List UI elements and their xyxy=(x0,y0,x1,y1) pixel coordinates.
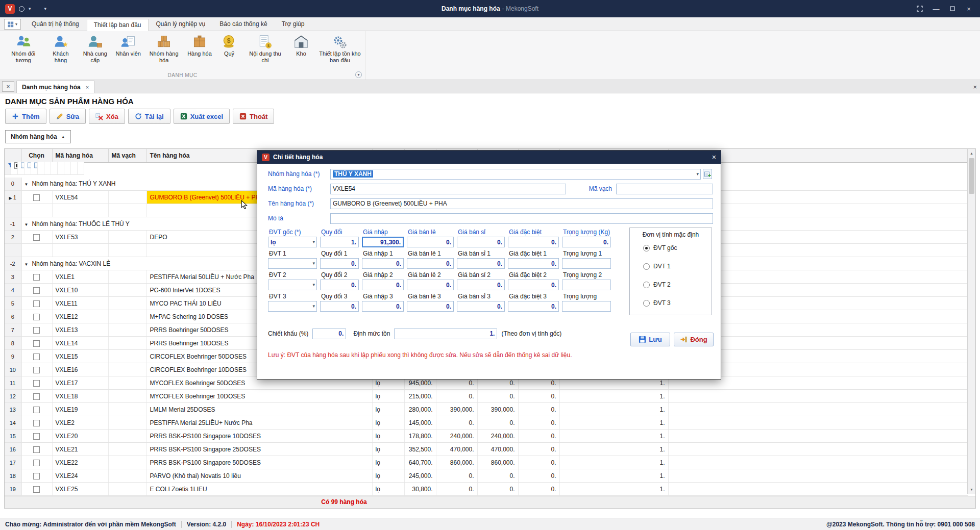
document-tab-active[interactable]: Danh mục hàng hóa × xyxy=(16,81,94,93)
unit-value-input[interactable]: 0. xyxy=(407,280,454,290)
table-row[interactable]: 15 VXLE20 PRRS BSK-PS100 Singapore 10DOS… xyxy=(5,430,968,443)
unit-value-input[interactable]: 0. xyxy=(407,258,454,269)
row-checkbox[interactable] xyxy=(33,380,40,387)
row-checkbox[interactable] xyxy=(33,420,40,426)
unit-value-input[interactable]: 91,300. xyxy=(362,237,404,247)
row-checkbox[interactable] xyxy=(33,314,40,320)
exit-button[interactable]: Thoát xyxy=(233,109,274,124)
product-name-input[interactable]: GUMBORO B (Greenvet) 500LIỀU + PHA xyxy=(330,198,713,209)
column-header-chon[interactable]: Chọn xyxy=(21,149,52,162)
group-combobox[interactable]: THÚ Y XANH ▾ xyxy=(330,169,701,180)
unit-select[interactable]: ▾ xyxy=(268,258,317,269)
close-all-tabs-icon[interactable]: × xyxy=(973,83,977,91)
unit-value-input[interactable]: 0. xyxy=(320,280,359,290)
ribbon-item-kho[interactable]: Kho xyxy=(286,33,316,57)
collapse-group-icon[interactable]: ▼ xyxy=(24,262,29,267)
table-row[interactable]: 17 VXLE22 PRRS BSK-PS100 Singapore 50DOS… xyxy=(5,456,968,469)
unit-value-input[interactable]: 0. xyxy=(508,280,559,290)
ribbon-item-nhom-doi-tuong[interactable]: Nhóm đối tượng xyxy=(2,33,45,64)
save-button[interactable]: Lưu xyxy=(630,333,670,346)
unit-value-input[interactable]: 0. xyxy=(407,301,454,312)
close-tab-button[interactable]: × xyxy=(2,81,14,92)
group-by-button[interactable]: Nhóm hàng hóa ▲ xyxy=(5,130,71,143)
ribbon-item-thiet-lap-ton-kho[interactable]: Thiết lập tồn kho ban đầu xyxy=(316,33,364,64)
ribbon-item-quy[interactable]: $ Quỹ xyxy=(214,33,244,57)
row-checkbox[interactable] xyxy=(33,446,40,453)
row-checkbox[interactable] xyxy=(33,460,40,466)
unit-value-input[interactable] xyxy=(562,258,611,269)
tab-quan-tri-he-thong[interactable]: Quản trị hệ thống xyxy=(25,18,86,31)
delete-button[interactable]: Xóa xyxy=(89,109,125,124)
unit-value-input[interactable]: 0. xyxy=(508,301,559,312)
filter-row[interactable] xyxy=(5,163,21,174)
unit-value-input[interactable]: 0. xyxy=(562,237,611,247)
unit-select[interactable]: ▾ xyxy=(268,301,317,312)
maximize-button[interactable] xyxy=(945,3,960,15)
column-header-ma-hang-hoa[interactable]: Mã hàng hóa xyxy=(52,149,108,162)
row-checkbox[interactable] xyxy=(33,287,40,294)
unit-value-input[interactable]: 0. xyxy=(320,301,359,312)
ribbon-item-nha-cung-cap[interactable]: Nhà cung cấp xyxy=(77,33,113,64)
group-dialog-launcher-icon[interactable]: ▾ xyxy=(355,71,362,78)
table-row[interactable]: 13 VXLE19 LMLM Merial 25DOSES lọ 280,000… xyxy=(5,403,968,416)
table-row[interactable]: 19 VXLE25 E COLI Zoetis 1LIEU lọ 30,800.… xyxy=(5,483,968,496)
quick-access-icon[interactable] xyxy=(19,6,24,12)
select-all-checkbox[interactable] xyxy=(14,162,18,169)
reload-button[interactable]: Tải lại xyxy=(128,109,170,124)
edit-button[interactable]: Sửa xyxy=(50,109,86,124)
table-row[interactable]: 16 VXLE21 PRRS BSK-PS100 Singapore 25DOS… xyxy=(5,443,968,456)
row-checkbox[interactable] xyxy=(33,300,40,307)
row-checkbox[interactable] xyxy=(33,486,40,493)
product-code-input[interactable]: VXLE54 xyxy=(330,184,566,194)
row-checkbox[interactable] xyxy=(33,234,40,241)
radio-default-unit-3[interactable]: ĐVT 3 xyxy=(643,299,712,307)
unit-value-input[interactable]: 0. xyxy=(457,301,505,312)
tab-tro-giup[interactable]: Trợ giúp xyxy=(275,18,311,31)
close-button[interactable]: × xyxy=(962,3,976,15)
scroll-down-arrow[interactable]: ▼ xyxy=(968,486,975,493)
table-row[interactable]: 14 VXLE2 PESTIFFA Merial 25LIỀU+ Nước Ph… xyxy=(5,416,968,430)
unit-value-input[interactable]: 0. xyxy=(362,301,404,312)
dialog-close-icon[interactable]: × xyxy=(712,153,716,161)
radio-default-unit-1[interactable]: ĐVT 1 xyxy=(643,263,712,270)
ribbon-item-nhom-hang-hoa[interactable]: Nhóm hàng hóa xyxy=(143,33,185,64)
row-checkbox[interactable] xyxy=(33,407,40,413)
unit-value-input[interactable]: 0. xyxy=(508,258,559,269)
row-checkbox[interactable] xyxy=(33,274,40,281)
dialog-titlebar[interactable]: V Chi tiết hàng hóa × xyxy=(257,150,721,164)
ribbon-item-khach-hang[interactable]: Khách hàng xyxy=(45,33,77,64)
description-input[interactable] xyxy=(330,213,713,224)
unit-value-input[interactable]: 0. xyxy=(407,237,454,247)
stock-limit-input[interactable]: 1. xyxy=(394,329,497,339)
row-checkbox[interactable] xyxy=(33,393,40,400)
unit-value-input[interactable]: 0. xyxy=(508,237,559,247)
vertical-scrollbar[interactable]: ▲ ▼ xyxy=(967,149,975,494)
unit-value-input[interactable]: 0. xyxy=(362,280,404,290)
unit-value-input[interactable]: 1. xyxy=(320,237,359,247)
chevron-down-icon[interactable]: ▾ xyxy=(29,6,31,11)
customize-toolbar-icon[interactable]: ▾ xyxy=(44,6,47,11)
table-row[interactable]: 18 VXLE24 PARVO (Khô thai) Novatis 10 li… xyxy=(5,469,968,483)
discount-input[interactable]: 0. xyxy=(312,329,346,339)
app-menu-button[interactable]: ▾ xyxy=(4,19,21,30)
fullscreen-button[interactable] xyxy=(913,3,927,15)
row-checkbox[interactable] xyxy=(33,354,40,360)
unit-value-input[interactable]: 0. xyxy=(457,237,505,247)
unit-value-input[interactable]: 0. xyxy=(457,258,505,269)
table-row[interactable]: 12 VXLE18 MYCOFLEX Boehringer 10DOSES lọ… xyxy=(5,390,968,403)
radio-default-unit-0[interactable]: ĐVT gốc xyxy=(643,244,712,251)
column-header-ma-vach[interactable]: Mã vạch xyxy=(108,149,146,162)
collapse-group-icon[interactable]: ▼ xyxy=(24,222,29,227)
ribbon-item-nhan-vien[interactable]: Nhân viên xyxy=(113,33,143,57)
close-dialog-button[interactable]: Đóng xyxy=(674,333,714,346)
export-excel-button[interactable]: Xuất excel xyxy=(174,109,230,124)
collapse-group-icon[interactable]: ▼ xyxy=(24,182,29,187)
app-logo-icon[interactable]: V xyxy=(5,4,15,14)
row-checkbox[interactable] xyxy=(33,433,40,440)
row-checkbox[interactable] xyxy=(33,473,40,479)
ribbon-item-hang-hoa[interactable]: Hàng hóa xyxy=(185,33,214,57)
tab-bao-cao-thong-ke[interactable]: Báo cáo thống kê xyxy=(213,18,274,31)
unit-value-input[interactable]: 0. xyxy=(362,258,404,269)
tab-quan-ly-nghiep-vu[interactable]: Quản lý nghiệp vụ xyxy=(150,18,212,31)
row-checkbox[interactable] xyxy=(33,327,40,334)
